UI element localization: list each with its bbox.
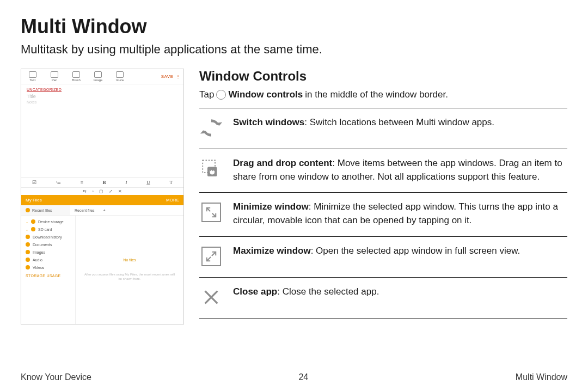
files-main: No files After you access files using My… xyxy=(76,216,183,324)
multiwindow-handle: ⇆▫▢⤢✕ xyxy=(21,187,183,195)
control-minimize: Minimize window: Minimize the selected a… xyxy=(199,193,567,236)
footer-right: Multi Window xyxy=(516,372,567,382)
page-title: Multi Window xyxy=(21,15,567,38)
tool-image: Image xyxy=(90,71,106,82)
control-drag-drop: Drag and drop content: Move items betwee… xyxy=(199,149,567,193)
no-files-label: No files xyxy=(123,258,136,262)
page-subtitle: Multitask by using multiple applications… xyxy=(21,42,567,57)
maximize-icon xyxy=(199,244,223,268)
tab-recent-side: Recent files xyxy=(21,205,70,215)
files-tabs: Recent files Recent files + xyxy=(21,205,183,216)
title-placeholder: Title xyxy=(27,94,178,99)
tool-pen: Pen xyxy=(46,71,63,82)
tap-instruction: Tap Window controls in the middle of the… xyxy=(199,89,567,100)
control-switch-windows: Switch windows: Switch locations between… xyxy=(199,108,567,149)
device-screenshot: Text Pen Brush Image Voice SAVE⋮ UNCATEG… xyxy=(21,69,184,324)
window-controls-icon xyxy=(216,90,226,100)
tab-recent: Recent files xyxy=(70,205,99,215)
storage-usage-link: STORAGE USAGE xyxy=(21,271,75,280)
files-hint: After you access files using My Files, t… xyxy=(76,273,183,281)
tool-voice: Voice xyxy=(112,71,128,82)
format-toolbar: ☑≔≡ BIUT xyxy=(21,177,183,187)
notes-placeholder: Notes xyxy=(27,100,178,104)
control-maximize: Maximize window: Open the selected app w… xyxy=(199,237,567,278)
tool-text: Text xyxy=(24,71,41,82)
note-body: UNCATEGORIZED Title Notes xyxy=(21,84,183,177)
tab-add: + xyxy=(99,205,110,215)
files-header: My FilesMORE xyxy=(21,195,183,205)
section-title: Window Controls xyxy=(199,69,567,84)
close-icon xyxy=(199,285,223,309)
footer-page-number: 24 xyxy=(298,372,308,382)
note-toolbar: Text Pen Brush Image Voice SAVE⋮ xyxy=(21,69,183,84)
control-close: Close app: Close the selected app. xyxy=(199,278,567,318)
category-label: UNCATEGORIZED xyxy=(27,88,178,91)
files-sidebar: ⌄Device storage ⌄SD card Download histor… xyxy=(21,216,76,324)
tool-brush: Brush xyxy=(68,71,84,82)
switch-windows-icon xyxy=(199,116,223,140)
drag-drop-icon xyxy=(199,157,223,181)
page-footer: Know Your Device 24 Multi Window xyxy=(21,372,567,382)
footer-left: Know Your Device xyxy=(21,372,91,382)
save-button: SAVE⋮ xyxy=(161,74,180,79)
minimize-icon xyxy=(199,200,223,224)
controls-list: Switch windows: Switch locations between… xyxy=(199,108,567,318)
